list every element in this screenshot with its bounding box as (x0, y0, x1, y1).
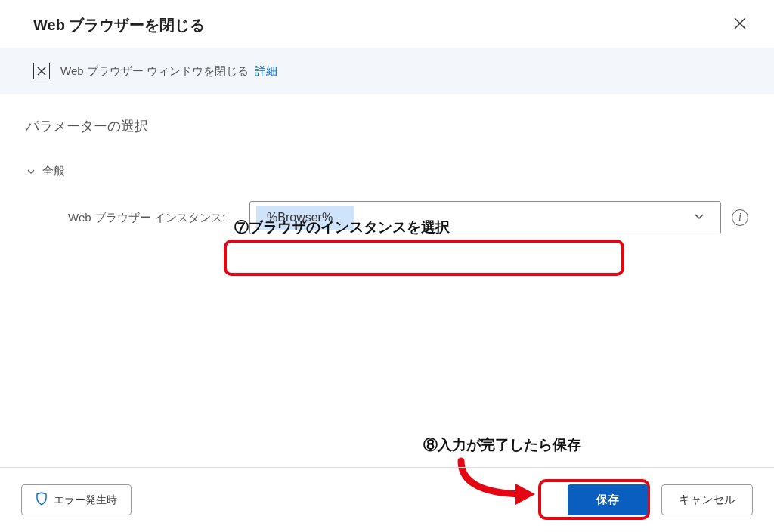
dialog-footer: エラー発生時 保存 キャンセル (0, 467, 774, 532)
group-label: 全般 (42, 164, 65, 178)
close-box-icon (33, 63, 50, 79)
on-error-label: エラー発生時 (54, 493, 117, 507)
group-general[interactable]: 全般 (26, 164, 748, 178)
annotation-step8: ⑧入力が完了したら保存 (423, 435, 581, 455)
field-label-browser-instance: Web ブラウザー インスタンス: (68, 211, 249, 225)
chevron-down-icon[interactable] (678, 210, 720, 225)
banner-text: Web ブラウザー ウィンドウを閉じる 詳細 (60, 64, 277, 79)
dialog-title: Web ブラウザーを閉じる (33, 15, 205, 36)
on-error-button[interactable]: エラー発生時 (21, 484, 132, 515)
annotation-highlight-input (224, 240, 624, 276)
cancel-button[interactable]: キャンセル (661, 484, 753, 515)
close-icon (733, 17, 747, 30)
banner-description: Web ブラウザー ウィンドウを閉じる (60, 64, 249, 77)
chevron-down-icon (26, 166, 36, 177)
close-button[interactable] (727, 14, 753, 37)
section-title: パラメーターの選択 (0, 94, 774, 141)
save-button[interactable]: 保存 (568, 484, 648, 515)
info-icon[interactable]: i (732, 209, 748, 226)
annotation-step7: ⑦ブラウザのインスタンスを選択 (234, 218, 450, 237)
details-link[interactable]: 詳細 (255, 64, 277, 77)
info-banner: Web ブラウザー ウィンドウを閉じる 詳細 (0, 48, 774, 94)
shield-icon (36, 492, 48, 508)
